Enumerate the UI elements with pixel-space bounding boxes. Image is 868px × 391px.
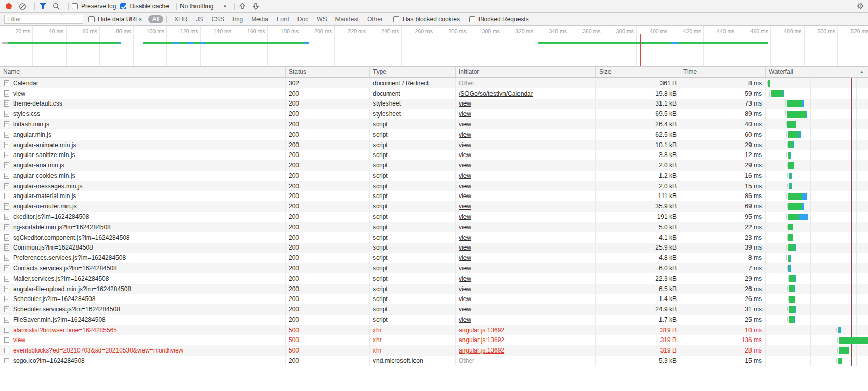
preserve-log-box[interactable] xyxy=(72,3,78,9)
has-blocked-cookies-box[interactable] xyxy=(393,16,399,22)
table-row[interactable]: sogo.ico?lm=1624284508200vnd.microsoft.i… xyxy=(0,356,868,366)
initiator-link[interactable]: view xyxy=(459,203,471,210)
table-row[interactable]: Mailer.services.js?lm=1624284508200scrip… xyxy=(0,273,868,284)
table-row[interactable]: ckeditor.js?lm=1624284508200scriptview19… xyxy=(0,212,868,222)
table-row[interactable]: angular.min.js200scriptview62.5 kB60 ms xyxy=(0,129,868,140)
table-row[interactable]: lodash.min.js200scriptview26.4 kB40 ms xyxy=(0,119,868,129)
filter-type-css[interactable]: CSS xyxy=(207,16,228,23)
initiator-link[interactable]: view xyxy=(459,100,471,107)
table-row[interactable]: view200document/SOGo/so/testjyn/Calendar… xyxy=(0,88,868,99)
table-row[interactable]: angular-aria.min.js200scriptview2.0 kB29… xyxy=(0,160,868,171)
table-row[interactable]: angular-animate.min.js200scriptview10.1 … xyxy=(0,140,868,150)
waterfall-waiting-bar xyxy=(839,347,849,354)
filter-toggle-button[interactable] xyxy=(38,2,47,11)
initiator-link[interactable]: view xyxy=(459,285,471,293)
column-header-time[interactable]: Time xyxy=(680,67,765,77)
table-row[interactable]: Preferences.services.js?lm=1624284508200… xyxy=(0,253,868,263)
filter-input[interactable] xyxy=(4,15,83,24)
filter-type-other[interactable]: Other xyxy=(363,16,387,23)
table-row[interactable]: styles.css200stylesheetview69.5 kB89 ms xyxy=(0,109,868,119)
initiator-link[interactable]: view xyxy=(459,224,471,231)
table-row[interactable]: angular-messages.min.js200scriptview2.0 … xyxy=(0,181,868,191)
table-row[interactable]: eventsblocks?ed=20210703&sd=20210530&vie… xyxy=(0,345,868,356)
initiator-link[interactable]: angular.js:13692 xyxy=(459,347,504,354)
table-row[interactable]: alarmslist?browserTime=1624285565500xhra… xyxy=(0,325,868,335)
column-header-size[interactable]: Size xyxy=(595,67,680,77)
preserve-log-checkbox[interactable]: Preserve log xyxy=(72,3,116,10)
initiator-link[interactable]: view xyxy=(459,234,471,241)
table-row[interactable]: angular-file-upload.min.js?lm=1624284508… xyxy=(0,284,868,294)
hide-data-urls-box[interactable] xyxy=(88,16,95,22)
initiator-link[interactable]: view xyxy=(459,162,471,169)
filter-type-manifest[interactable]: Manifest xyxy=(331,16,363,23)
blocked-requests-checkbox[interactable]: Blocked Requests xyxy=(469,16,529,23)
column-header-initiator[interactable]: Initiator xyxy=(455,67,595,77)
sort-ascending-icon[interactable]: ▲ xyxy=(860,67,864,77)
column-header-name[interactable]: Name xyxy=(0,67,285,77)
initiator-link[interactable]: angular.js:13692 xyxy=(459,336,504,344)
table-row[interactable]: Scheduler.services.js?lm=1624284508200sc… xyxy=(0,304,868,315)
has-blocked-cookies-checkbox[interactable]: Has blocked cookies xyxy=(393,16,460,23)
table-row[interactable]: Calendar302document / RedirectOther361 B… xyxy=(0,78,868,88)
initiator-link[interactable]: view xyxy=(459,265,471,272)
table-row[interactable]: Scheduler.js?lm=1624284508200scriptview1… xyxy=(0,294,868,304)
disable-cache-box[interactable] xyxy=(120,3,126,9)
table-row[interactable]: theme-default.css200stylesheetview31.1 k… xyxy=(0,99,868,109)
table-row[interactable]: angular-material.min.js200scriptview111 … xyxy=(0,191,868,202)
filter-type-ws[interactable]: WS xyxy=(313,16,331,23)
initiator-link[interactable]: view xyxy=(459,131,471,138)
initiator-link[interactable]: view xyxy=(459,110,471,118)
waterfall-queueing-tick xyxy=(787,142,788,147)
initiator-link[interactable]: view xyxy=(459,213,471,220)
search-button[interactable] xyxy=(51,2,61,11)
initiator-link[interactable]: angular.js:13692 xyxy=(459,327,504,334)
document-icon xyxy=(4,214,9,220)
settings-gear-button[interactable]: ⚙ xyxy=(857,2,864,10)
filter-type-media[interactable]: Media xyxy=(247,16,273,23)
filter-type-doc[interactable]: Doc xyxy=(293,16,313,23)
initiator-link[interactable]: view xyxy=(459,295,471,303)
hide-data-urls-checkbox[interactable]: Hide data URLs xyxy=(88,16,142,23)
column-header-type[interactable]: Type xyxy=(369,67,455,77)
initiator-link[interactable]: view xyxy=(459,141,471,149)
initiator-link[interactable]: view xyxy=(459,254,471,262)
initiator-link[interactable]: view xyxy=(459,183,471,190)
table-row[interactable]: angular-cookies.min.js200scriptview1.2 k… xyxy=(0,171,868,181)
record-button[interactable] xyxy=(4,2,14,11)
filter-type-js[interactable]: JS xyxy=(191,16,207,23)
table-row[interactable]: FileSaver.min.js?lm=1624284508200scriptv… xyxy=(0,315,868,325)
table-row[interactable]: view500xhrangular.js:13692319 B136 ms xyxy=(0,335,868,346)
initiator-link[interactable]: view xyxy=(459,316,471,323)
cell-time: 15 ms xyxy=(680,356,765,366)
table-row[interactable]: angular-ui-router.min.js200scriptview35.… xyxy=(0,201,868,212)
filter-type-xhr[interactable]: XHR xyxy=(170,16,191,23)
filter-type-img[interactable]: Img xyxy=(228,16,247,23)
initiator-link[interactable]: view xyxy=(459,121,471,128)
filter-type-all[interactable]: All xyxy=(148,15,163,23)
initiator-link[interactable]: /SOGo/so/testjyn/Calendar xyxy=(459,90,533,97)
table-row[interactable]: Contacts.services.js?lm=1624284508200scr… xyxy=(0,263,868,273)
overview-gridline xyxy=(200,26,201,66)
filter-type-font[interactable]: Font xyxy=(273,16,293,23)
initiator-link[interactable]: view xyxy=(459,151,471,159)
table-row[interactable]: angular-sanitize.min.js200scriptview3.8 … xyxy=(0,150,868,160)
throttling-select[interactable]: No throttling ▼ xyxy=(180,3,227,10)
table-row[interactable]: Common.js?lm=1624284508200scriptview25.9… xyxy=(0,243,868,253)
initiator-link[interactable]: view xyxy=(459,172,471,179)
table-row[interactable]: sgCkeditor.component.js?lm=1624284508200… xyxy=(0,232,868,243)
request-name: Mailer.services.js?lm=1624284508 xyxy=(13,275,109,282)
blocked-requests-box[interactable] xyxy=(469,16,475,22)
clear-button[interactable] xyxy=(18,2,27,11)
timeline-overview[interactable]: 20 ms40 ms60 ms80 ms100 ms120 ms140 ms16… xyxy=(0,26,868,67)
import-har-button[interactable] xyxy=(238,2,247,11)
column-header-status[interactable]: Status xyxy=(285,67,369,77)
column-header-waterfall[interactable]: Waterfall▲ xyxy=(765,67,868,77)
initiator-link[interactable]: view xyxy=(459,306,471,313)
table-row[interactable]: ng-sortable.min.js?lm=1624284508200scrip… xyxy=(0,222,868,232)
disable-cache-checkbox[interactable]: Disable cache xyxy=(120,3,169,10)
export-har-button[interactable] xyxy=(251,2,261,11)
initiator-link[interactable]: view xyxy=(459,275,471,282)
initiator-link[interactable]: view xyxy=(459,192,471,200)
initiator-link[interactable]: view xyxy=(459,244,471,251)
cell-initiator: view xyxy=(455,181,595,191)
